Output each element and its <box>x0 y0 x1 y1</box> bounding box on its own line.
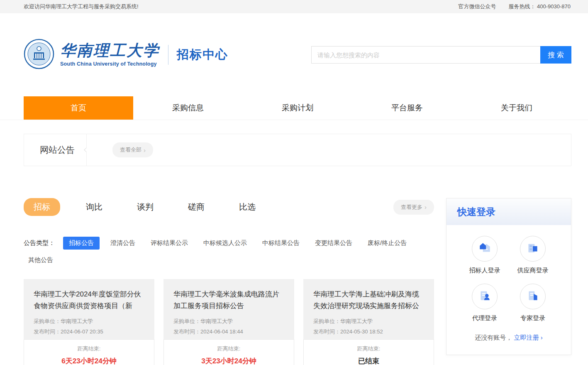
filter-candidate-publicity[interactable]: 中标候选人公示 <box>203 239 247 247</box>
no-account-text: 还没有账号， <box>475 334 512 341</box>
category-tabs: 招标 询比 谈判 磋商 比选 查看更多 › <box>24 198 434 216</box>
site-notice-box: 网站公告 查看全部 › <box>24 134 571 166</box>
card-countdown: 距离结束: 6天23小时24分钟 <box>24 339 154 365</box>
site-name: 招标中心 <box>177 47 228 63</box>
header: 华南理工大学 South China University of Technol… <box>0 13 588 96</box>
tab-bidding[interactable]: 招标 <box>24 198 60 216</box>
card-publish-time: 发布时间：2024-05-30 18:52 <box>313 327 424 337</box>
card-countdown: 距离结束: 已结束 <box>303 339 434 365</box>
filter-change-result[interactable]: 变更结果公告 <box>315 239 352 247</box>
login-bidder[interactable]: 招标人登录 <box>469 236 500 274</box>
countdown-label: 距离结束: <box>164 345 294 353</box>
tab-consultation[interactable]: 磋商 <box>188 198 205 216</box>
filter-label: 公告类型： <box>24 239 55 247</box>
countdown-value: 6天23小时24分钟 <box>24 356 154 365</box>
quick-login-header: 快速登录 <box>446 198 571 225</box>
chevron-right-icon: › <box>425 204 427 210</box>
supplier-boxes-icon <box>526 241 540 257</box>
wechat-link[interactable]: 官方微信公众号 <box>458 3 496 10</box>
filter-cancelled[interactable]: 废标/终止公告 <box>368 239 407 247</box>
university-name-cn: 华南理工大学 <box>60 43 160 58</box>
agent-person-icon <box>478 289 492 304</box>
view-more-button[interactable]: 查看更多 › <box>393 200 434 215</box>
nav-item-about-us[interactable]: 关于我们 <box>462 96 571 120</box>
card-publish-time: 发布时间：2024-06-04 18:44 <box>173 327 284 337</box>
main-nav: 首页 采购信息 采购计划 平台服务 关于我们 <box>0 96 588 120</box>
card-purchaser: 采购单位：华南理工大学 <box>34 316 144 327</box>
nav-item-procurement-plan[interactable]: 采购计划 <box>243 96 352 120</box>
countdown-label: 距离结束: <box>24 345 154 353</box>
card-title[interactable]: 华南理工大学毫米波集成电路流片加工服务项目招标公告 <box>173 289 284 312</box>
card-purchaser: 采购单位：华南理工大学 <box>313 316 424 327</box>
topbar: 欢迎访问华南理工大学工程与服务采购交易系统! 官方微信公众号 服务热线： 400… <box>0 0 588 13</box>
filter-other[interactable]: 其他公告 <box>28 256 53 264</box>
chevron-right-icon: › <box>541 334 543 341</box>
announcement-type-filters: 公告类型： 招标公告 澄清公告 评标结果公示 中标候选人公示 中标结果公告 变更… <box>24 237 434 264</box>
welcome-text: 欢迎访问华南理工大学工程与服务采购交易系统! <box>24 3 139 10</box>
card-title[interactable]: 华南理工大学海上基础冲刷及海缆失效治理研究现场实施服务招标公告 <box>313 289 424 312</box>
search-input[interactable] <box>311 46 540 64</box>
filter-award-result[interactable]: 中标结果公告 <box>262 239 300 247</box>
hotline: 服务热线： 400-9030-870 <box>508 3 571 10</box>
countdown-label: 距离结束: <box>304 345 434 353</box>
view-all-button[interactable]: 查看全部 › <box>112 142 153 157</box>
hotline-number: 400-9030-870 <box>537 3 571 10</box>
countdown-value: 已结束 <box>304 356 434 365</box>
notice-title: 网站公告 <box>40 144 75 156</box>
filter-evaluation-result[interactable]: 评标结果公示 <box>151 239 188 247</box>
announcement-card[interactable]: 华南理工大学毫米波集成电路流片加工服务项目招标公告 采购单位：华南理工大学 发布… <box>163 279 294 365</box>
filter-bid-announcement[interactable]: 招标公告 <box>63 237 100 250</box>
tab-negotiation[interactable]: 谈判 <box>137 198 154 216</box>
login-supplier[interactable]: 供应商登录 <box>517 236 549 274</box>
announcement-card[interactable]: 华南理工大学海上基础冲刷及海缆失效治理研究现场实施服务招标公告 采购单位：华南理… <box>303 279 434 365</box>
nav-item-procurement-info[interactable]: 采购信息 <box>133 96 243 120</box>
countdown-value: 3天23小时24分钟 <box>164 356 294 365</box>
logo[interactable]: 华南理工大学 South China University of Technol… <box>24 39 228 71</box>
card-purchaser: 采购单位：华南理工大学 <box>173 316 284 327</box>
search-bar: 搜 索 <box>311 46 571 64</box>
card-publish-time: 发布时间：2024-06-07 20:35 <box>34 327 144 337</box>
register-link[interactable]: 立即注册 › <box>514 334 543 341</box>
hotline-label: 服务热线： <box>508 3 535 10</box>
filter-clarification[interactable]: 澄清公告 <box>110 239 135 247</box>
nav-item-home[interactable]: 首页 <box>24 96 133 120</box>
card-countdown: 距离结束: 3天23小时24分钟 <box>163 339 294 365</box>
search-button[interactable]: 搜 索 <box>540 46 571 64</box>
login-agent[interactable]: 代理登录 <box>472 284 498 322</box>
login-expert[interactable]: 专家登录 <box>520 284 546 322</box>
chevron-right-icon: › <box>144 147 146 153</box>
tab-comparison[interactable]: 比选 <box>239 198 256 216</box>
tab-inquiry[interactable]: 询比 <box>86 198 102 216</box>
logo-divider <box>168 45 168 65</box>
quick-login-title: 快速登录 <box>457 206 495 218</box>
quick-login-panel: 快速登录 招标人登录 <box>446 198 571 355</box>
announcement-card[interactable]: 华南理工大学2024年度饭堂部分伙食物资供应商供货资格项目（新鲜... 采购单位… <box>24 279 154 365</box>
bidder-house-icon <box>478 241 492 257</box>
university-emblem-icon <box>24 39 54 71</box>
nav-item-platform-service[interactable]: 平台服务 <box>352 96 462 120</box>
notice-divider <box>86 134 87 166</box>
announcement-cards: 华南理工大学2024年度饭堂部分伙食物资供应商供货资格项目（新鲜... 采购单位… <box>24 279 434 365</box>
university-name-en: South China University of Technology <box>60 61 160 67</box>
card-title[interactable]: 华南理工大学2024年度饭堂部分伙食物资供应商供货资格项目（新鲜... <box>34 289 144 312</box>
expert-building-icon <box>526 289 540 304</box>
